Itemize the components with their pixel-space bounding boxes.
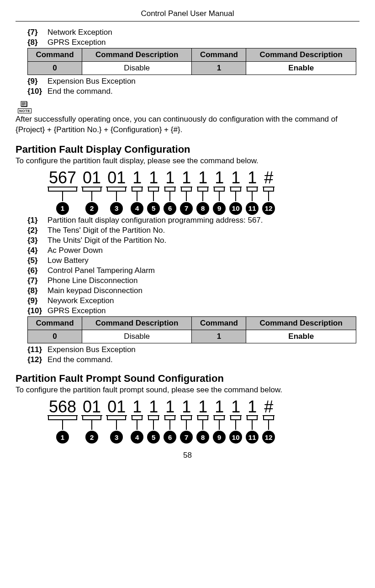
bracket-icon [48, 187, 78, 203]
th: Command Description [82, 316, 192, 330]
digit-text: 1 [197, 169, 209, 187]
digit-group: 01 2 [81, 169, 102, 215]
digit-text: 01 [106, 169, 127, 187]
reference-circle: 4 [131, 431, 143, 444]
digit-group: 1 5 [147, 398, 160, 444]
item-number: {2} [27, 226, 48, 235]
digit-text: 1 [180, 398, 192, 417]
page-number: 58 [16, 451, 359, 460]
item-text: The Tens' Digit of the Partition No. [48, 226, 359, 235]
list-item: {8}Main keypad Disconnection [27, 286, 359, 295]
bracket-icon [213, 416, 225, 432]
digit-text: 1 [148, 398, 159, 417]
digit-text: 1 [246, 398, 258, 417]
item-text: Phone Line Disconnection [48, 276, 359, 285]
section-intro-display: To configure the partition fault display… [16, 156, 359, 166]
reference-circle: 5 [147, 202, 160, 215]
item-text: GPRS Exception [48, 38, 359, 47]
reference-circle: 8 [196, 431, 209, 444]
list-item: {3}The Units' Digit of the Partition No. [27, 236, 359, 245]
bracket-icon [263, 416, 275, 432]
digit-text: 1 [246, 169, 258, 187]
bracket-icon [180, 416, 192, 432]
reference-circle: 10 [229, 431, 242, 444]
reference-circle: 7 [180, 431, 193, 444]
bracket-icon [180, 187, 192, 203]
note-label: NOTE [18, 108, 32, 113]
digit-group: 01 3 [106, 398, 127, 444]
item-number: {10} [27, 306, 48, 315]
item-number: {7} [27, 28, 48, 37]
digit-group: 568 1 [48, 398, 78, 444]
list-item: {7}Phone Line Disconnection [27, 276, 359, 285]
post-table1-list: {9}Expension Bus Exception{10}End the co… [16, 77, 359, 96]
th: Command Description [246, 316, 356, 330]
digit-text: 1 [213, 398, 225, 417]
digit-text: # [263, 398, 275, 417]
td: Disable [82, 62, 192, 75]
digit-group: 567 1 [48, 169, 78, 215]
digit-group: 1 8 [196, 398, 209, 444]
digit-group: 1 10 [229, 169, 242, 215]
document-header: Control Panel User Manual [16, 9, 359, 21]
reference-circle: 1 [56, 431, 69, 444]
item-number: {4} [27, 246, 48, 255]
top-list: {7}Network Exception{8}GPRS Exception [16, 28, 359, 47]
digit-group: 1 6 [164, 169, 176, 215]
td: 1 [192, 330, 246, 343]
bracket-icon [131, 187, 143, 203]
bracket-icon [148, 416, 159, 432]
th: Command [28, 316, 82, 330]
digit-group: 01 3 [106, 169, 127, 215]
digit-group: 1 8 [196, 169, 209, 215]
item-number: {10} [27, 87, 48, 96]
digit-group: 1 11 [246, 398, 259, 444]
item-number: {11} [27, 345, 48, 354]
th: Command Description [246, 48, 356, 62]
digit-group: 1 11 [246, 169, 259, 215]
reference-circle: 10 [229, 202, 242, 215]
digit-group: 1 6 [164, 398, 176, 444]
item-number: {9} [27, 77, 48, 86]
item-number: {9} [27, 296, 48, 305]
digit-group: 1 7 [180, 398, 193, 444]
td: 0 [28, 62, 82, 75]
item-text: Ac Power Down [48, 246, 359, 255]
item-text: End the command. [48, 355, 359, 364]
digit-text: 01 [81, 398, 102, 417]
note-text: After successfully operating once, you c… [16, 114, 359, 135]
svg-rect-1 [21, 102, 27, 107]
item-number: {6} [27, 266, 48, 275]
list-item: {10}GPRS Exception [27, 306, 359, 315]
th: Command [192, 316, 246, 330]
digit-text: 1 [131, 169, 143, 187]
list-item: {6}Control Panel Tampering Alarm [27, 266, 359, 275]
reference-circle: 11 [246, 202, 259, 215]
reference-circle: 12 [262, 431, 275, 444]
bracket-icon [164, 416, 176, 432]
bracket-icon [164, 187, 176, 203]
reference-circle: 1 [56, 202, 69, 215]
digit-group: 01 2 [81, 398, 102, 444]
reference-circle: 11 [246, 431, 259, 444]
digit-text: 1 [148, 169, 159, 187]
bracket-icon [82, 187, 102, 203]
item-text: Expension Bus Exception [48, 77, 359, 86]
item-number: {1} [27, 216, 48, 225]
digit-group: 1 4 [131, 398, 143, 444]
reference-circle: 9 [213, 202, 226, 215]
bracket-icon [82, 416, 102, 432]
section-intro-sound: To configure the partition fault prompt … [16, 385, 359, 395]
reference-circle: 2 [85, 431, 98, 444]
digit-text: 1 [180, 169, 192, 187]
digit-group: # 12 [262, 169, 275, 215]
td: 0 [28, 330, 82, 343]
digit-group: 1 9 [213, 169, 226, 215]
th: Command [28, 48, 82, 62]
list-item: {1}Partition fault display configuration… [27, 216, 359, 225]
digit-text: # [263, 169, 275, 187]
item-number: {12} [27, 355, 48, 364]
list-item: {9}Neywork Exception [27, 296, 359, 305]
section-heading-sound: Partition Fault Prompt Sound Configurati… [16, 373, 359, 385]
digit-text: 01 [81, 169, 102, 187]
